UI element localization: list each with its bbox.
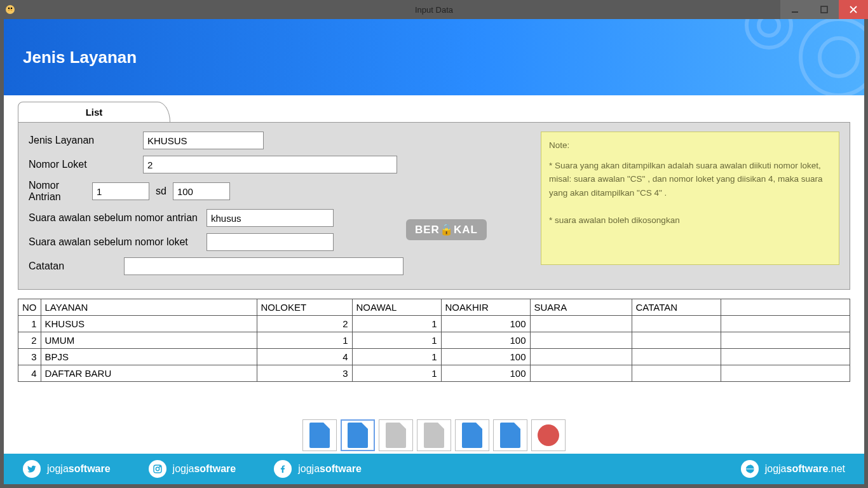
label-suara-loket: Suara awalan sebelum nomor loket [29,236,207,248]
cell-suara [530,332,632,349]
cell-noloket: 4 [257,349,352,365]
svg-point-2 [11,8,13,10]
globe-icon [741,460,759,478]
label-nomor-loket: Nomor Loket [29,159,143,170]
app-inner: Jenis Layanan List Jenis Layanan [4,19,864,484]
stop-icon [538,424,559,446]
table-row[interactable]: 4DAFTAR BARU31100 [18,365,850,382]
cell-suara [530,365,632,382]
window-title: Input Data [415,5,453,15]
footer-instagram[interactable]: jogjasoftware [149,460,236,478]
svg-point-9 [747,19,791,48]
col-noawal[interactable]: NOAWAL [352,299,441,316]
input-suara-antrian[interactable] [207,209,334,227]
svg-point-7 [801,19,864,95]
col-noloket[interactable]: NOLOKET [257,299,352,316]
table-row[interactable]: 1KHUSUS21100 [18,316,850,332]
data-table: NO LAYANAN NOLOKET NOAWAL NOAKHIR SUARA … [18,299,850,382]
label-catatan: Catatan [29,261,124,272]
label-nomor-antrian: Nomor Antrian [29,180,92,203]
footer-facebook[interactable]: jogjasoftware [274,460,362,478]
footer-site[interactable]: jogjasoftware.net [741,460,845,478]
cell-noawal: 1 [352,332,441,349]
col-catatan[interactable]: CATATAN [632,299,721,316]
svg-point-13 [159,466,160,467]
cell-layanan: DAFTAR BARU [41,365,257,382]
minimize-button[interactable] [780,0,810,19]
app-icon [5,4,15,15]
svg-point-10 [759,19,779,36]
cell-noloket: 1 [257,332,352,349]
watermark-badge: BER🔒KAL [406,219,487,240]
facebook-icon [274,460,292,478]
col-layanan[interactable]: LAYANAN [41,299,257,316]
col-noakhir[interactable]: NOAKHIR [441,299,530,316]
cell-catatan [632,365,721,382]
col-no[interactable]: NO [18,299,41,316]
toolbar-btn-1[interactable] [302,419,337,451]
maximize-button[interactable] [810,0,839,19]
cell-layanan: BPJS [41,349,257,365]
label-jenis-layanan: Jenis Layanan [29,135,143,146]
cell-no: 4 [18,365,41,382]
label-suara-antrian: Suara awalan sebelum nomor antrian [29,212,207,224]
cell-noakhir: 100 [441,365,530,382]
footer-bar: jogjasoftware jogjasoftware jogjasoftwar… [4,454,864,484]
cell-suara [530,316,632,332]
close-button[interactable] [839,0,868,19]
toolbar-btn-6[interactable] [493,419,527,451]
table-row[interactable]: 2UMUM11100 [18,332,850,349]
cell-layanan: UMUM [41,332,257,349]
form-panel: Jenis Layanan Nomor Loket Nomor Antrian … [18,122,850,290]
input-nomor-loket[interactable] [143,156,397,173]
cell-noawal: 1 [352,365,441,382]
input-jenis-layanan[interactable] [143,132,264,149]
content-area: List Jenis Layanan Nomor Loket Nomor Ant… [4,95,864,382]
toolbar-btn-5[interactable] [455,419,489,451]
app-frame: Jenis Layanan List Jenis Layanan [0,19,868,488]
note-title: Note: [549,139,831,152]
tab-strip: List [18,102,850,122]
input-antrian-to[interactable] [173,182,230,200]
cell-catatan [632,316,721,332]
table-row[interactable]: 3BPJS41100 [18,349,850,365]
titlebar: Input Data [0,0,868,19]
toolbar-btn-stop[interactable] [531,419,566,451]
cell-no: 2 [18,332,41,349]
input-antrian-from[interactable] [92,182,149,200]
cell-no: 3 [18,349,41,365]
instagram-icon [149,460,166,478]
svg-point-8 [820,38,858,76]
table-header-row: NO LAYANAN NOLOKET NOAWAL NOAKHIR SUARA … [18,299,850,316]
tab-list[interactable]: List [18,102,170,122]
page-title: Jenis Layanan [23,48,137,67]
cell-suara [530,349,632,365]
cell-trailing [721,332,850,349]
toolbar-btn-3[interactable] [379,419,413,451]
cell-noloket: 3 [257,365,352,382]
cell-trailing [721,316,850,332]
toolbar-btn-4[interactable] [417,419,451,451]
cell-layanan: KHUSUS [41,316,257,332]
gear-decoration-icon [724,19,864,95]
col-suara[interactable]: SUARA [530,299,632,316]
input-suara-loket[interactable] [207,233,334,251]
cell-trailing [721,365,850,382]
cell-trailing [721,349,850,365]
svg-point-12 [156,467,159,470]
cell-noawal: 1 [352,349,441,365]
cell-noawal: 1 [352,316,441,332]
window-controls [780,0,868,19]
input-catatan[interactable] [124,257,403,275]
cell-noakhir: 100 [441,316,530,332]
twitter-icon [23,460,41,478]
label-sd: sd [156,186,166,197]
cell-noloket: 2 [257,316,352,332]
cell-no: 1 [18,316,41,332]
toolbar-row [4,419,864,452]
toolbar-btn-2[interactable] [341,419,375,451]
svg-point-1 [8,8,10,10]
header-banner: Jenis Layanan [4,19,864,95]
note-line-2: * suara awalan boleh dikosongkan [549,214,831,227]
footer-twitter[interactable]: jogjasoftware [23,460,111,478]
